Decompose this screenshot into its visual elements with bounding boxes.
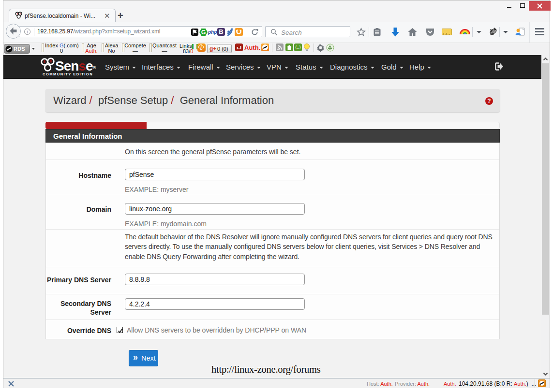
svg-text:G: G	[201, 29, 206, 36]
